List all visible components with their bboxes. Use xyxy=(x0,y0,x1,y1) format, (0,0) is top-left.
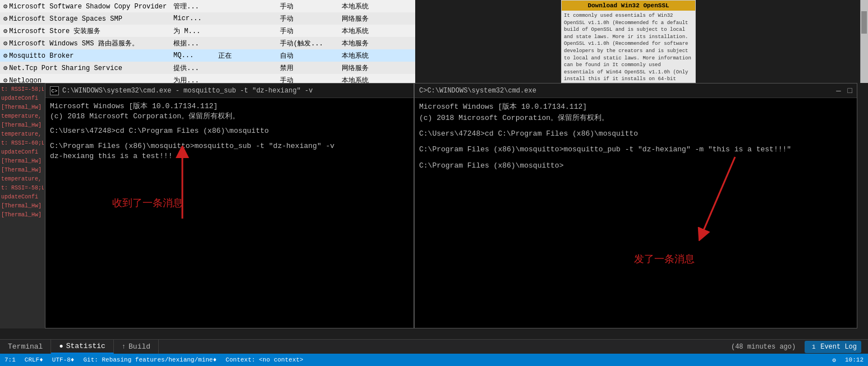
left-panel-line: temperature, xyxy=(1,130,44,139)
line-ending: CRLF♦ xyxy=(25,356,43,363)
service-type: 本地系统 xyxy=(338,0,415,12)
status-bar: Terminal●Statistic↑Build (48 minutes ago… xyxy=(0,339,868,354)
cmd-left-window[interactable]: C> C:\WINDOWS\system32\cmd.exe - mosquit… xyxy=(45,83,414,328)
status-tab-statistic[interactable]: ●Statistic xyxy=(51,340,113,354)
minimize-button[interactable]: — xyxy=(836,86,841,95)
tab-label: Build xyxy=(128,342,150,351)
openssl-panel: Download Win32 OpenSSL It commonly used … xyxy=(561,0,696,83)
service-startup: 手动 xyxy=(277,0,338,12)
cmd-line xyxy=(419,124,852,128)
service-type: 网络服务 xyxy=(338,12,415,25)
service-name: ⚙Netlogon xyxy=(0,74,170,83)
service-status xyxy=(215,74,277,83)
settings-icon[interactable]: ⚙ xyxy=(832,356,836,364)
service-type: 网络服务 xyxy=(338,62,415,74)
service-row[interactable]: ⚙Microsoft Store 安装服务 为 M... 手动 本地系统 xyxy=(0,25,415,37)
cmd-line xyxy=(50,137,409,141)
left-panel-line: [Thermal_Hw] te xyxy=(1,103,44,112)
cmd-line: Microsoft Windows [版本 10.0.17134.112] xyxy=(50,101,409,112)
left-panel-text: t: RSSI=-58;L updateConfi[Thermal_Hw] te… xyxy=(0,83,45,222)
service-name: ⚙Microsoft Windows SMS 路由器服务。 xyxy=(0,37,170,49)
cmd-line: Microsoft Windows [版本 10.0.17134.112] xyxy=(419,101,852,113)
service-startup: 手动 xyxy=(277,74,338,83)
ago-text: (48 minutes ago) xyxy=(731,343,796,351)
service-row[interactable]: ⚙Mosquitto Broker MQ... 正在 自动 本地系统 xyxy=(0,49,415,62)
cmd-line xyxy=(419,140,852,144)
cursor-position: 7:1 xyxy=(4,356,16,363)
service-row[interactable]: ⚙Netlogon 为用... 手动 本地系统 xyxy=(0,74,415,83)
cmd-line: C:\Program Files (x86)\mosquitto>mosquit… xyxy=(50,141,409,151)
service-status xyxy=(215,25,277,37)
service-status xyxy=(215,62,277,74)
cmd-right-titlebar: C> C:\WINDOWS\system32\cmd.exe — □ xyxy=(415,84,857,98)
left-panel-line: t: RSSI=-58;L xyxy=(1,85,44,94)
service-row[interactable]: ⚙Microsoft Windows SMS 路由器服务。 根据... 手动(触… xyxy=(0,37,415,49)
service-display: 为用... xyxy=(170,74,215,83)
cmd-line: (c) 2018 Microsoft Corporation。保留所有权利。 xyxy=(50,112,409,122)
cmd-right-winbtns[interactable]: — □ xyxy=(836,86,852,95)
cmd-right-icon: C> xyxy=(419,87,427,95)
left-panel-line: updateConfi xyxy=(1,148,44,157)
service-status: 正在 xyxy=(215,49,277,62)
openssl-header: Download Win32 OpenSSL xyxy=(562,1,695,11)
maximize-button[interactable]: □ xyxy=(848,86,852,95)
service-display: Micr... xyxy=(170,12,215,25)
service-row[interactable]: ⚙Net.Tcp Port Sharing Service 提供... 禁用 网… xyxy=(0,62,415,74)
status-tab-build[interactable]: ↑Build xyxy=(114,340,159,354)
encoding: UTF-8♦ xyxy=(52,356,75,363)
context-info: Context: <no context> xyxy=(226,356,304,363)
git-branch: Git: Rebasing features/hexiang/mine♦ xyxy=(83,356,217,363)
cmd-line xyxy=(50,122,409,126)
service-startup: 禁用 xyxy=(277,62,338,74)
right-scrollbar[interactable] xyxy=(860,0,868,83)
services-table: ⚙Microsoft Software Shadow Copy Provider… xyxy=(0,0,415,83)
services-window: ⚙Microsoft Software Shadow Copy Provider… xyxy=(0,0,415,83)
service-display: MQ... xyxy=(170,49,215,62)
service-name: ⚙Microsoft Store 安装服务 xyxy=(0,25,170,37)
event-log-label: Event Log xyxy=(820,343,857,351)
status-tabs[interactable]: Terminal●Statistic↑Build xyxy=(0,340,159,354)
left-panel-line: updateConfi xyxy=(1,94,44,103)
service-startup: 自动 xyxy=(277,49,338,62)
service-row[interactable]: ⚙Microsoft Storage Spaces SMP Micr... 手动… xyxy=(0,12,415,25)
service-status xyxy=(215,12,277,25)
service-type: 本地系统 xyxy=(338,49,415,62)
cmd-line: (c) 2018 Microsoft Corporation。保留所有权利。 xyxy=(419,113,852,124)
cmd-line: C:\Users\47248>cd C:\Program Files (x86)… xyxy=(50,126,409,136)
service-name: ⚙Microsoft Software Shadow Copy Provider xyxy=(0,0,170,12)
service-startup: 手动 xyxy=(277,12,338,25)
left-panel-line: [Thermal_Hw] te xyxy=(1,202,44,211)
service-name: ⚙Net.Tcp Port Sharing Service xyxy=(0,62,170,74)
tab-label: Terminal xyxy=(8,342,43,351)
service-status xyxy=(215,37,277,49)
service-name: ⚙Mosquitto Broker xyxy=(0,49,170,62)
status-tab-terminal[interactable]: Terminal xyxy=(0,340,51,354)
left-panel-line: updateConfi xyxy=(1,193,44,202)
service-name: ⚙Microsoft Storage Spaces SMP xyxy=(0,12,170,25)
service-row[interactable]: ⚙Microsoft Software Shadow Copy Provider… xyxy=(0,0,415,12)
tab-icon: ↑ xyxy=(122,343,126,351)
event-log-button[interactable]: 1 Event Log xyxy=(805,341,861,353)
cmd-line: C:\Users\47248>cd C:\Program Files (x86)… xyxy=(419,128,852,140)
scrollbar-thumb[interactable] xyxy=(861,11,867,34)
cmd-left-title: C:\WINDOWS\system32\cmd.exe - mosquitto_… xyxy=(62,87,313,95)
service-startup: 手动 xyxy=(277,25,338,37)
service-display: 提供... xyxy=(170,62,215,74)
tab-label: Statistic xyxy=(66,342,105,350)
left-panel-line: temperature, xyxy=(1,175,44,184)
bottom-status-bar: 7:1 CRLF♦ UTF-8♦ Git: Rebasing features/… xyxy=(0,354,868,366)
openssl-body: It commonly used essentials of Win32 Ope… xyxy=(562,11,695,83)
cmd-right-window[interactable]: C> C:\WINDOWS\system32\cmd.exe — □ Micro… xyxy=(414,83,857,328)
tab-icon: ● xyxy=(59,342,63,350)
service-status xyxy=(215,0,277,12)
cmd-right-title-left: C> C:\WINDOWS\system32\cmd.exe xyxy=(419,87,536,95)
cmd-line: C:\Program Files (x86)\mosquitto>mosquit… xyxy=(419,144,852,155)
cmd-line: dz-hexiang this is a test!!! xyxy=(50,151,409,161)
service-display: 管理... xyxy=(170,0,215,12)
service-display: 根据... xyxy=(170,37,215,49)
left-panel-line: [Thermal_Hw] te xyxy=(1,157,44,166)
event-log-num: 1 xyxy=(809,342,818,351)
cmd-line xyxy=(419,156,852,160)
cmd-left-titlebar: C> C:\WINDOWS\system32\cmd.exe - mosquit… xyxy=(45,84,414,98)
left-panel: t: RSSI=-58;L updateConfi[Thermal_Hw] te… xyxy=(0,83,45,328)
